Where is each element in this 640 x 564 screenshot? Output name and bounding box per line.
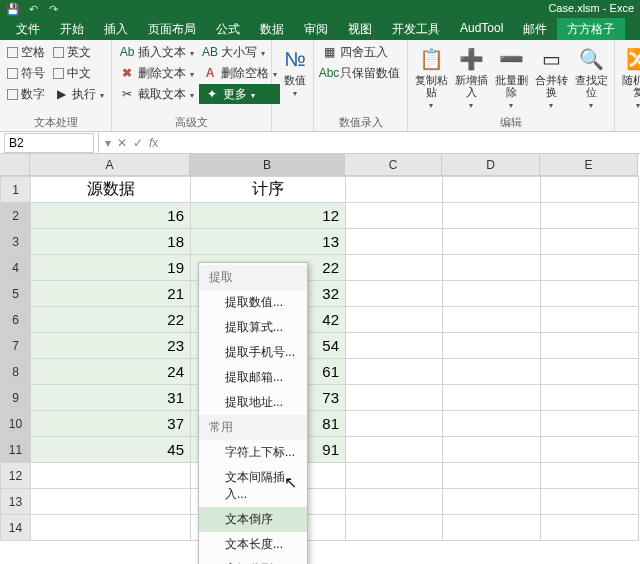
cell[interactable] [443,177,541,203]
cell[interactable] [346,515,443,541]
chk-space[interactable]: 空格 [4,42,48,62]
cell[interactable] [443,281,541,307]
chk-symbol[interactable]: 符号 [4,63,48,83]
chk-number[interactable]: 数字 [4,84,48,104]
row-header[interactable]: 13 [1,489,31,515]
tab-view[interactable]: 视图 [338,18,382,40]
chk-english[interactable]: 英文 [50,42,107,62]
cell[interactable] [443,411,541,437]
tab-layout[interactable]: 页面布局 [138,18,206,40]
btn-round[interactable]: ▦四舍五入 [318,42,403,62]
mi-extract-phone[interactable]: 提取手机号... [199,340,307,365]
cell[interactable]: 16 [31,203,191,229]
cell[interactable]: 计序 [191,177,346,203]
cell[interactable] [346,359,443,385]
btn-add-insert[interactable]: ➕新增插 入 [452,42,490,110]
cell[interactable] [541,463,639,489]
cell[interactable] [443,385,541,411]
mi-subscript[interactable]: 字符上下标... [199,440,307,465]
btn-copy-paste[interactable]: 📋复制粘 贴 [412,42,450,110]
cell[interactable]: 23 [31,333,191,359]
btn-del-space[interactable]: A删除空格 [199,63,280,83]
mi-extract-value[interactable]: 提取数值... [199,290,307,315]
col-header-B[interactable]: B [190,154,345,176]
tab-data[interactable]: 数据 [250,18,294,40]
cell[interactable] [346,203,443,229]
row-header[interactable]: 2 [1,203,31,229]
btn-more[interactable]: ✦更多 [199,84,280,104]
cell[interactable] [346,255,443,281]
undo-icon[interactable]: ↶ [26,2,40,16]
row-header[interactable]: 1 [1,177,31,203]
row-header[interactable]: 3 [1,229,31,255]
tab-file[interactable]: 文件 [6,18,50,40]
name-box[interactable] [4,133,94,153]
btn-random[interactable]: 🔀 随机重 复 [619,42,640,110]
cell[interactable]: 22 [31,307,191,333]
row-header[interactable]: 11 [1,437,31,463]
mi-interval[interactable]: 文本间隔插入... [199,465,307,507]
cell[interactable] [541,255,639,281]
formula-input[interactable] [164,133,640,153]
cell[interactable]: 13 [191,229,346,255]
cell[interactable] [443,255,541,281]
row-header[interactable]: 7 [1,333,31,359]
cell[interactable] [346,463,443,489]
cell[interactable] [541,203,639,229]
mi-reverse[interactable]: 文本倒序 [199,507,307,532]
cell[interactable]: 源数据 [31,177,191,203]
mi-extract-addr[interactable]: 提取地址... [199,390,307,415]
btn-numeric[interactable]: № 数值 [276,42,314,98]
row-header[interactable]: 12 [1,463,31,489]
row-header[interactable]: 14 [1,515,31,541]
cell[interactable] [541,333,639,359]
fx-confirm-icon[interactable]: ✓ [133,136,143,150]
row-header[interactable]: 4 [1,255,31,281]
tab-home[interactable]: 开始 [50,18,94,40]
cell[interactable] [346,281,443,307]
cell[interactable] [443,463,541,489]
btn-case[interactable]: AB大小写 [199,42,280,62]
fx-icon[interactable]: fx [149,136,158,150]
cell[interactable] [443,437,541,463]
cell[interactable] [443,333,541,359]
cell[interactable] [346,229,443,255]
btn-find[interactable]: 🔍查找定 位 [572,42,610,110]
cell[interactable] [541,437,639,463]
row-header[interactable]: 5 [1,281,31,307]
cell[interactable] [541,281,639,307]
cell[interactable] [346,437,443,463]
cell[interactable] [346,333,443,359]
btn-merge[interactable]: ▭合并转 换 [532,42,570,110]
cell[interactable] [541,359,639,385]
cell[interactable] [541,489,639,515]
cell[interactable] [346,177,443,203]
tab-formula[interactable]: 公式 [206,18,250,40]
row-header[interactable]: 8 [1,359,31,385]
btn-batch-del[interactable]: ➖批量删 除 [492,42,530,110]
cell[interactable] [541,411,639,437]
btn-insert-text[interactable]: Ab插入文本 [116,42,197,62]
cell[interactable] [443,489,541,515]
cell[interactable]: 37 [31,411,191,437]
sheet-table[interactable]: 1 源数据 计序 2161231813419225213262242723548… [0,176,639,541]
col-header-D[interactable]: D [442,154,540,176]
select-all-corner[interactable] [0,154,30,176]
col-header-E[interactable]: E [540,154,638,176]
cell[interactable]: 18 [31,229,191,255]
tab-mail[interactable]: 邮件 [513,18,557,40]
col-header-C[interactable]: C [345,154,442,176]
tab-dev[interactable]: 开发工具 [382,18,450,40]
cell[interactable] [346,411,443,437]
row-header[interactable]: 9 [1,385,31,411]
cell[interactable] [31,515,191,541]
tab-fanggezi[interactable]: 方方格子 [557,18,625,40]
cell[interactable] [31,463,191,489]
cell[interactable]: 31 [31,385,191,411]
mi-adv-split[interactable]: 高级分列... [199,557,307,564]
row-header[interactable]: 6 [1,307,31,333]
cell[interactable] [346,489,443,515]
cell[interactable]: 21 [31,281,191,307]
cell[interactable]: 12 [191,203,346,229]
btn-keep-value[interactable]: Abc只保留数值 [318,63,403,83]
